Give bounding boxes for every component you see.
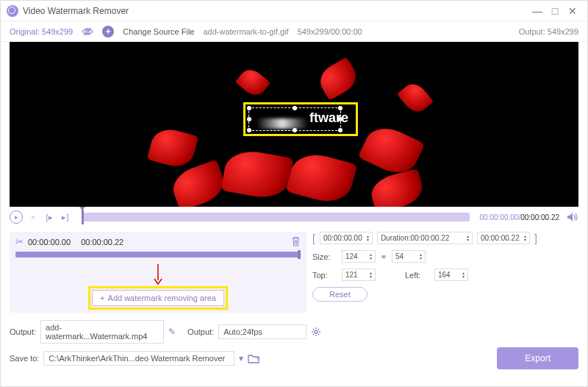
range-start-input[interactable]: 00:00:00.00▴▾ [320,232,373,244]
watermark-text: ftware [309,110,348,126]
open-folder-icon[interactable] [248,354,259,363]
spinner-icon[interactable]: ▴▾ [367,235,369,242]
preview-frame: ftware [143,42,445,207]
output-format-label: Output: [187,327,214,336]
minimize-button[interactable]: — [528,2,546,20]
source-dimensions-time: 549x299/00:00:00 [298,27,362,36]
maximize-button[interactable]: □ [546,2,564,20]
gear-icon[interactable] [311,327,321,337]
width-input[interactable]: 124▴▾ [342,250,376,263]
timeline-scrubber[interactable] [82,213,470,221]
range-end-input[interactable]: 00:00:00.22▴▾ [477,232,530,244]
visibility-toggle-icon[interactable] [82,27,93,36]
spinner-icon[interactable]: ▴▾ [462,271,465,279]
save-to-label: Save to: [10,354,39,363]
edit-icon[interactable]: ✎ [168,327,176,337]
mid-row: ✂ 00:00:00.00 00:00:00.22 + Add watermar… [1,227,587,317]
output-filename-input[interactable]: add-watermark...Watermark.mp4 [40,320,164,344]
add-area-highlight: + Add watermark removing area [88,286,228,310]
link-aspect-icon[interactable]: ⚭ [380,252,387,262]
output-format-input[interactable]: Auto;24fps [218,324,306,339]
segment-end: 00:00:00.22 [81,238,123,246]
segment-start: 00:00:00.00 [28,238,71,246]
playback-controls: ▸ ▫ [▸ ▸] 00:00:00.00/00:00:00.22 [1,207,587,227]
output-dimensions: Output: 549x299 [519,27,578,36]
watermark-selection-box[interactable]: ftware [243,102,358,136]
timeline-playhead[interactable] [82,210,84,224]
left-input[interactable]: 164▴▾ [434,269,468,281]
video-preview[interactable]: ftware [10,42,578,207]
volume-icon[interactable] [567,212,578,222]
export-button[interactable]: Export [497,347,578,369]
arrow-down-icon [154,264,162,285]
next-frame-button[interactable]: ▸] [60,211,71,223]
plus-icon: + [100,294,104,302]
segment-track[interactable] [15,252,301,258]
spinner-icon[interactable]: ▴▾ [524,235,526,242]
close-button[interactable]: ✕ [564,2,581,20]
change-source-button[interactable]: Change Source File [123,27,194,36]
segment-panel: ✂ 00:00:00.00 00:00:00.22 + Add watermar… [10,232,306,313]
stop-button[interactable]: ▫ [27,211,39,223]
top-label: Top: [312,271,337,280]
app-window: Video Watermark Remover — □ ✕ Original: … [0,0,588,387]
delete-segment-icon[interactable] [291,236,301,246]
duration-input[interactable]: Duration:00:00:00.22▴▾ [377,232,473,244]
spinner-icon[interactable]: ▴▾ [370,253,372,260]
bottom-bar: Output: add-watermark...Watermark.mp4 ✎ … [1,317,587,379]
size-label: Size: [312,252,337,261]
chevron-down-icon[interactable]: ▾ [239,353,243,363]
prev-frame-button[interactable]: [▸ [43,211,55,223]
add-source-icon[interactable]: + [102,26,114,38]
reset-button[interactable]: Reset [312,287,368,302]
spinner-icon[interactable]: ▴▾ [467,235,469,242]
left-label: Left: [405,271,430,280]
source-filename: add-watermark-to-gif.gif [203,27,288,36]
output-label: Output: [10,327,36,336]
toolbar: Original: 549x299 + Change Source File a… [1,21,587,42]
svg-point-3 [315,330,318,333]
play-button[interactable]: ▸ [10,210,23,224]
add-watermark-area-button[interactable]: + Add watermark removing area [92,290,224,306]
app-logo-icon [7,5,18,17]
bracket-open-icon[interactable]: [ [312,232,315,244]
top-input[interactable]: 121▴▾ [342,269,376,281]
app-title: Video Watermark Remover [23,6,129,16]
time-display: 00:00:00.00/00:00:00.22 [480,213,559,221]
spinner-icon[interactable]: ▴▾ [420,253,422,260]
spinner-icon[interactable]: ▴▾ [370,271,372,279]
original-dimensions: Original: 549x299 [10,27,73,36]
titlebar: Video Watermark Remover — □ ✕ [1,1,587,21]
properties-panel: [ 00:00:00.00▴▾ Duration:00:00:00.22▴▾ 0… [312,232,578,313]
height-input[interactable]: 54▴▾ [392,250,426,263]
save-path-input[interactable]: C:\ArkThinker\ArkThin...deo Watermark Re… [43,351,234,366]
bracket-close-icon[interactable]: ] [534,232,537,244]
scissors-icon: ✂ [15,236,24,247]
